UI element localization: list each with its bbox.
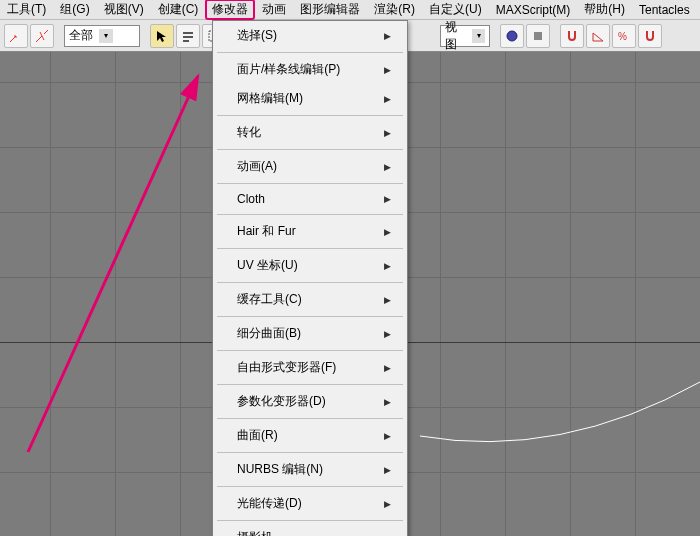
menu-maxscript[interactable]: MAXScript(M)	[489, 1, 578, 19]
menu-views[interactable]: 视图(V)	[97, 0, 151, 20]
submenu-arrow-icon: ▶	[384, 363, 391, 373]
menu-rendering[interactable]: 渲染(R)	[367, 0, 422, 20]
spinner-snap-icon[interactable]	[638, 24, 662, 48]
svg-point-4	[507, 31, 517, 41]
svg-rect-0	[183, 32, 193, 34]
selection-filter-combo[interactable]: 全部 ▾	[64, 25, 140, 47]
dd-conversion[interactable]: 转化▶	[213, 118, 407, 147]
dd-cameras[interactable]: 摄影机	[213, 523, 407, 536]
dd-radiosity[interactable]: 光能传递(D)▶	[213, 489, 407, 518]
submenu-arrow-icon: ▶	[384, 128, 391, 138]
dd-parametric-deformers[interactable]: 参数化变形器(D)▶	[213, 387, 407, 416]
submenu-arrow-icon: ▶	[384, 31, 391, 41]
render-setup-icon[interactable]	[526, 24, 550, 48]
dd-selection[interactable]: 选择(S)▶	[213, 21, 407, 50]
dd-hair-fur[interactable]: Hair 和 Fur▶	[213, 217, 407, 246]
dd-ffd[interactable]: 自由形式变形器(F)▶	[213, 353, 407, 382]
menu-help[interactable]: 帮助(H)	[577, 0, 632, 20]
submenu-arrow-icon: ▶	[384, 329, 391, 339]
submenu-arrow-icon: ▶	[384, 499, 391, 509]
submenu-arrow-icon: ▶	[384, 227, 391, 237]
selection-filter-value: 全部	[69, 27, 93, 44]
snap-toggle-icon[interactable]	[560, 24, 584, 48]
submenu-arrow-icon: ▶	[384, 261, 391, 271]
menu-modifiers[interactable]: 修改器	[205, 0, 255, 20]
dd-subdiv-surfaces[interactable]: 细分曲面(B)▶	[213, 319, 407, 348]
select-object-icon[interactable]	[150, 24, 174, 48]
chevron-down-icon: ▾	[472, 29, 485, 43]
select-by-name-icon[interactable]	[176, 24, 200, 48]
ref-coord-combo[interactable]: 视图 ▾	[440, 25, 490, 47]
material-editor-icon[interactable]	[500, 24, 524, 48]
submenu-arrow-icon: ▶	[384, 465, 391, 475]
menu-customize[interactable]: 自定义(U)	[422, 0, 489, 20]
dd-cache-tools[interactable]: 缓存工具(C)▶	[213, 285, 407, 314]
dd-nurbs-editing[interactable]: NURBS 编辑(N)▶	[213, 455, 407, 484]
svg-rect-1	[183, 36, 193, 38]
menu-tentacles[interactable]: Tentacles	[632, 1, 697, 19]
modifiers-dropdown: 选择(S)▶ 面片/样条线编辑(P)▶ 网格编辑(M)▶ 转化▶ 动画(A)▶ …	[212, 20, 408, 536]
dd-cloth[interactable]: Cloth▶	[213, 186, 407, 212]
angle-snap-icon[interactable]	[586, 24, 610, 48]
unlink-icon[interactable]	[30, 24, 54, 48]
select-link-icon[interactable]	[4, 24, 28, 48]
percent-snap-icon[interactable]: %	[612, 24, 636, 48]
menu-tools[interactable]: 工具(T)	[0, 0, 53, 20]
dd-surface[interactable]: 曲面(R)▶	[213, 421, 407, 450]
submenu-arrow-icon: ▶	[384, 162, 391, 172]
submenu-arrow-icon: ▶	[384, 65, 391, 75]
svg-rect-2	[183, 40, 189, 42]
dd-mesh-editing[interactable]: 网格编辑(M)▶	[213, 84, 407, 113]
menu-group[interactable]: 组(G)	[53, 0, 96, 20]
submenu-arrow-icon: ▶	[384, 94, 391, 104]
submenu-arrow-icon: ▶	[384, 295, 391, 305]
menu-graph-editors[interactable]: 图形编辑器	[293, 0, 367, 20]
dd-patch-spline[interactable]: 面片/样条线编辑(P)▶	[213, 55, 407, 84]
ref-coord-value: 视图	[445, 19, 466, 53]
dd-animation[interactable]: 动画(A)▶	[213, 152, 407, 181]
dd-uv-coords[interactable]: UV 坐标(U)▶	[213, 251, 407, 280]
svg-text:%: %	[618, 31, 627, 42]
chevron-down-icon: ▾	[99, 29, 113, 43]
submenu-arrow-icon: ▶	[384, 397, 391, 407]
menubar: 工具(T) 组(G) 视图(V) 创建(C) 修改器 动画 图形编辑器 渲染(R…	[0, 0, 700, 20]
menu-create[interactable]: 创建(C)	[151, 0, 206, 20]
svg-rect-5	[534, 32, 542, 40]
submenu-arrow-icon: ▶	[384, 431, 391, 441]
menu-animation[interactable]: 动画	[255, 0, 293, 20]
submenu-arrow-icon: ▶	[384, 194, 391, 204]
